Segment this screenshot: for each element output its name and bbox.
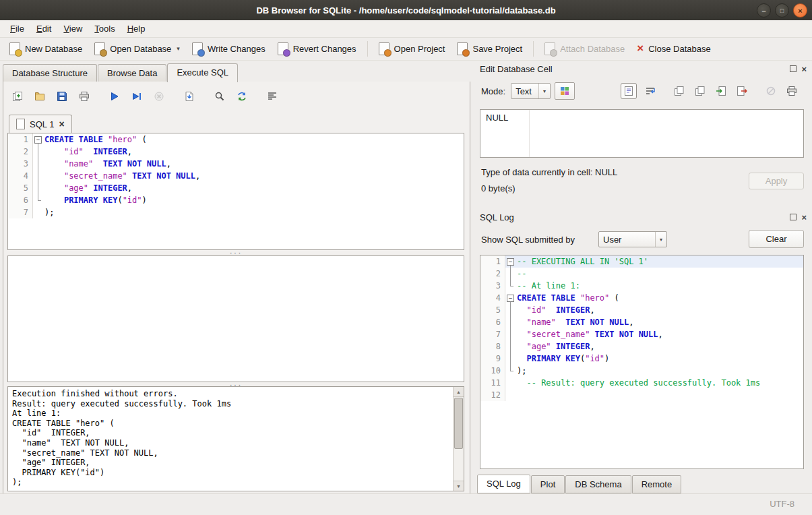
fold-gutter xyxy=(505,340,515,353)
fold-gutter xyxy=(505,353,515,365)
code-line: 6 PRIMARY KEY("id") xyxy=(8,194,464,206)
mode-select[interactable]: Text ▾ xyxy=(511,83,551,99)
menu-file[interactable]: File xyxy=(4,22,30,36)
code-line: 2 "id" INTEGER, xyxy=(8,146,464,158)
cell-type-info: Type of data currently in cell: NULL xyxy=(481,167,617,177)
code-line: 2-- xyxy=(480,268,803,280)
print-icon[interactable] xyxy=(77,89,92,104)
fold-gutter xyxy=(33,182,42,194)
word-wrap-icon[interactable] xyxy=(643,84,658,98)
scroll-up-icon[interactable]: ▲ xyxy=(454,387,464,397)
toolbar-close-database-button[interactable]: ×Close Database xyxy=(631,40,716,57)
code-text: "secret_name" TEXT NOT NULL, xyxy=(42,170,464,182)
toolbar-new-database-button[interactable]: New Database xyxy=(3,40,88,58)
cell-content-editor[interactable]: NULL xyxy=(480,109,804,158)
execute-current-line-icon[interactable] xyxy=(129,89,144,104)
toolbar-open-project-button[interactable]: Open Project xyxy=(373,40,451,58)
close-tab-icon[interactable] xyxy=(59,119,64,129)
toolbar-button-label: Save Project xyxy=(472,44,522,54)
open-sql-file-icon[interactable] xyxy=(32,89,47,104)
dropdown-arrow-icon[interactable]: ▾ xyxy=(177,45,180,52)
tab-browse-data[interactable]: Browse Data xyxy=(98,64,166,82)
toolbar-separator xyxy=(367,41,368,57)
fold-gutter xyxy=(505,377,515,389)
cell-content: NULL xyxy=(486,113,508,123)
sql-tab[interactable]: SQL 1 xyxy=(9,115,72,133)
dock-tab-plot[interactable]: Plot xyxy=(531,475,565,493)
splitter-handle[interactable] xyxy=(7,250,464,255)
float-dock-icon[interactable] xyxy=(790,214,797,220)
code-line: 4CREATE TABLE "hero" ( xyxy=(480,292,803,304)
line-number: 1 xyxy=(8,133,33,146)
toolbar-write-changes-button[interactable]: Write Changes xyxy=(186,40,272,58)
import-icon[interactable] xyxy=(714,84,728,98)
log-filter-value: User xyxy=(603,235,655,245)
execution-message-text: Execution finished without errors. Resul… xyxy=(8,387,453,491)
toolbar-attach-database-button: Attach Database xyxy=(538,40,631,58)
fold-marker[interactable] xyxy=(505,292,515,304)
toolbar-open-database-button[interactable]: Open Database▾ xyxy=(88,40,186,58)
log-filter-select[interactable]: User ▾ xyxy=(598,231,667,247)
fold-gutter xyxy=(33,146,42,158)
scrollbar[interactable]: ▲ ▼ xyxy=(453,387,464,491)
fold-gutter xyxy=(505,280,515,292)
float-dock-icon[interactable] xyxy=(790,65,797,72)
revert-changes-icon xyxy=(278,42,288,55)
auto-format-button[interactable] xyxy=(555,82,575,100)
edit-cell-title: Edit Database Cell xyxy=(480,64,553,74)
find-replace-icon[interactable] xyxy=(235,89,249,104)
export-results-icon[interactable] xyxy=(182,89,197,104)
execute-all-icon[interactable] xyxy=(107,89,122,104)
find-icon[interactable] xyxy=(212,89,227,104)
export-icon[interactable] xyxy=(735,84,749,98)
menu-view[interactable]: View xyxy=(57,22,88,36)
menu-tools[interactable]: Tools xyxy=(88,22,121,36)
toolbar-revert-changes-button[interactable]: Revert Changes xyxy=(272,40,363,58)
toolbar-separator xyxy=(533,41,534,57)
maximize-button[interactable] xyxy=(775,3,789,18)
close-dock-icon[interactable] xyxy=(801,64,807,74)
code-text: -- At line 1: xyxy=(515,280,803,292)
print-icon[interactable] xyxy=(784,84,799,98)
toolbar-save-project-button[interactable]: Save Project xyxy=(451,40,528,58)
text-view-icon[interactable] xyxy=(621,83,637,99)
sql-log-title: SQL Log xyxy=(480,212,514,222)
scroll-down-icon[interactable]: ▼ xyxy=(454,481,464,491)
dock-tab-db-schema[interactable]: DB Schema xyxy=(565,475,631,493)
close-dock-icon[interactable] xyxy=(801,212,807,222)
fold-gutter xyxy=(505,316,515,328)
close-button[interactable] xyxy=(793,3,807,18)
save-sql-file-icon[interactable] xyxy=(55,89,69,104)
tab-execute-sql[interactable]: Execute SQL xyxy=(167,63,238,82)
tab-database-structure[interactable]: Database Structure xyxy=(3,64,97,82)
code-line: 5 "id" INTEGER, xyxy=(480,304,803,316)
fold-marker[interactable] xyxy=(505,255,515,268)
code-line: 1CREATE TABLE "hero" ( xyxy=(8,133,464,146)
paste-icon[interactable] xyxy=(693,84,708,98)
menu-help[interactable]: Help xyxy=(121,22,152,36)
cell-toolbar-icons xyxy=(621,83,809,99)
toolbar-button-label: Write Changes xyxy=(208,44,266,54)
code-text xyxy=(515,389,803,401)
execution-message-area[interactable]: Execution finished without errors. Resul… xyxy=(7,386,464,491)
line-number: 5 xyxy=(480,304,505,316)
minimize-button[interactable] xyxy=(757,3,771,18)
fold-marker[interactable] xyxy=(33,133,42,146)
line-number: 12 xyxy=(480,389,505,401)
mode-label: Mode: xyxy=(481,86,505,96)
new-tab-icon[interactable] xyxy=(10,89,25,104)
scrollbar-thumb[interactable] xyxy=(454,398,463,449)
sql-editor[interactable]: 1CREATE TABLE "hero" (2 "id" INTEGER,3 "… xyxy=(7,133,464,250)
code-text: CREATE TABLE "hero" ( xyxy=(515,292,803,304)
results-grid[interactable] xyxy=(7,255,464,382)
line-number: 2 xyxy=(480,268,505,280)
save-project-icon xyxy=(457,42,468,55)
menu-edit[interactable]: Edit xyxy=(30,22,57,36)
dock-tab-sql-log[interactable]: SQL Log xyxy=(477,475,530,493)
clear-log-button[interactable]: Clear xyxy=(749,230,804,248)
copy-icon[interactable] xyxy=(672,84,687,98)
format-icon[interactable] xyxy=(265,89,280,104)
sql-log-view[interactable]: 1-- EXECUTING ALL IN 'SQL 1'2--3-- At li… xyxy=(480,255,804,469)
fold-gutter xyxy=(33,158,42,170)
dock-tab-remote[interactable]: Remote xyxy=(632,475,682,493)
